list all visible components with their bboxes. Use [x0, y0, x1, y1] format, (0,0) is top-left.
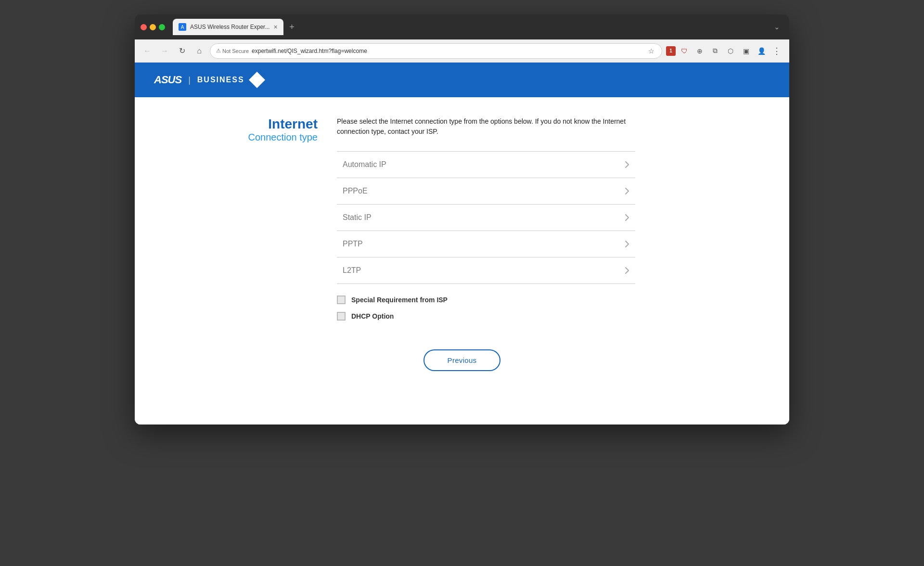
forward-button[interactable]: → [158, 44, 171, 58]
page-content: ASUS | BUSINESS Internet Connection type… [135, 63, 789, 424]
traffic-light-red[interactable] [141, 24, 147, 30]
automatic-ip-label: Automatic IP [343, 160, 386, 169]
tab-favicon: A [179, 23, 186, 31]
special-requirement-checkbox[interactable] [337, 296, 346, 304]
asus-header: ASUS | BUSINESS [135, 63, 789, 97]
pppoe-label: PPPoE [343, 187, 368, 195]
dhcp-option-label: DHCP Option [351, 312, 394, 320]
extensions-shield-icon[interactable]: 🛡 [678, 44, 691, 58]
warning-icon: ⚠ [216, 48, 221, 54]
extensions-red-icon[interactable]: 1 [666, 46, 676, 56]
active-tab[interactable]: A ASUS Wireless Router Exper... × [173, 19, 283, 35]
left-panel: Internet Connection type [183, 116, 337, 143]
profile-icon[interactable]: 👤 [755, 44, 768, 58]
home-button[interactable]: ⌂ [192, 44, 206, 58]
back-button[interactable]: ← [141, 44, 154, 58]
page-title-internet: Internet [183, 116, 318, 132]
pptp-label: PPTP [343, 240, 363, 248]
chevron-right-icon-automatic [625, 161, 629, 168]
bottom-nav: Previous [135, 349, 789, 371]
tab-close-button[interactable]: × [273, 23, 277, 31]
reload-button[interactable]: ↻ [175, 44, 189, 58]
chevron-right-icon-pppoe [625, 187, 629, 195]
previous-button[interactable]: Previous [424, 349, 501, 371]
extensions-icon[interactable]: ⊕ [693, 44, 706, 58]
connection-item-pppoe[interactable]: PPPoE [337, 178, 635, 205]
business-text: BUSINESS [197, 76, 244, 84]
connection-item-automatic-ip[interactable]: Automatic IP [337, 152, 635, 178]
special-requirement-label: Special Requirement from ISP [351, 296, 448, 304]
main-content: Internet Connection type Please select t… [135, 97, 789, 424]
traffic-lights [141, 24, 165, 30]
address-bar-container: ⚠ Not Secure expertwifi.net/QIS_wizard.h… [210, 43, 662, 59]
browser-toolbar: ← → ↻ ⌂ ⚠ Not Secure expertwifi.net/QIS_… [135, 39, 789, 63]
window-dropdown[interactable]: ⌄ [770, 20, 783, 34]
connection-item-pptp[interactable]: PPTP [337, 231, 635, 257]
connection-item-static-ip[interactable]: Static IP [337, 205, 635, 231]
special-requirement-checkbox-item[interactable]: Special Requirement from ISP [337, 296, 635, 304]
right-panel: Please select the Internet connection ty… [337, 116, 635, 321]
header-separator: | [188, 75, 191, 85]
checkboxes-section: Special Requirement from ISP DHCP Option [337, 296, 635, 321]
chevron-right-icon-static-ip [625, 214, 629, 221]
chevron-right-icon-l2tp [625, 267, 629, 274]
extensions-2-icon[interactable]: ⬡ [724, 44, 737, 58]
sidebar-icon[interactable]: ▣ [739, 44, 753, 58]
page-title-connection-type: Connection type [183, 132, 318, 143]
asus-diamond-icon [249, 72, 265, 88]
traffic-light-yellow[interactable] [150, 24, 156, 30]
not-secure-badge: ⚠ Not Secure [216, 48, 249, 54]
static-ip-label: Static IP [343, 213, 372, 222]
not-secure-label: Not Secure [222, 48, 249, 54]
menu-button[interactable]: ⋮ [770, 44, 783, 58]
toolbar-icons: 1 🛡 ⊕ ⧉ ⬡ ▣ 👤 ⋮ [666, 44, 783, 58]
content-layout: Internet Connection type Please select t… [135, 116, 789, 321]
browser-titlebar: A ASUS Wireless Router Exper... × + ⌄ [135, 14, 789, 39]
tab-title: ASUS Wireless Router Exper... [190, 24, 270, 30]
tab-bar: A ASUS Wireless Router Exper... × + [173, 19, 766, 35]
browser-window: A ASUS Wireless Router Exper... × + ⌄ ← … [135, 14, 789, 424]
bookmark-icon[interactable]: ☆ [646, 46, 656, 56]
chevron-right-icon-pptp [625, 240, 629, 248]
connection-item-l2tp[interactable]: L2TP [337, 257, 635, 284]
dhcp-option-checkbox-item[interactable]: DHCP Option [337, 312, 635, 321]
new-tab-button[interactable]: + [285, 20, 299, 34]
connection-list: Automatic IP PPPoE [337, 151, 635, 284]
asus-logo: ASUS | BUSINESS [154, 74, 263, 86]
traffic-light-green[interactable] [159, 24, 165, 30]
asus-text: ASUS [154, 74, 181, 86]
l2tp-label: L2TP [343, 266, 361, 275]
address-url[interactable]: expertwifi.net/QIS_wizard.htm?flag=welco… [252, 48, 643, 54]
description-text: Please select the Internet connection ty… [337, 116, 635, 137]
puzzle-icon[interactable]: ⧉ [708, 44, 722, 58]
dhcp-option-checkbox[interactable] [337, 312, 346, 321]
